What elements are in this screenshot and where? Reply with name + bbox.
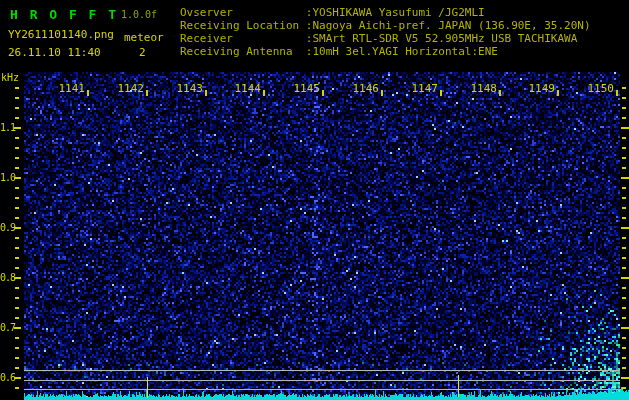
x-axis-tick-label: 1144 — [231, 82, 261, 95]
x-axis-tick-label: 1142 — [114, 82, 144, 95]
x-axis-tick-label: 1146 — [349, 82, 379, 95]
y-axis-tick-label: 1.1 — [0, 122, 14, 133]
y-axis-tick-label: 0.7 — [0, 322, 14, 333]
x-axis-tick-label: 1143 — [173, 82, 203, 95]
y-axis-tick-label: 1.0 — [0, 172, 14, 183]
x-axis-tick-label: 1149 — [525, 82, 555, 95]
y-axis-tick-label: 0.9 — [0, 222, 14, 233]
x-axis-tick-label: 1148 — [467, 82, 497, 95]
axis-labels: 1141114211431144114511461147114811491150… — [0, 0, 629, 400]
y-axis-tick-label: 0.6 — [0, 372, 14, 383]
x-axis-tick-label: 1150 — [584, 82, 614, 95]
hrofft-screen: H R O F F T 1.0.0f YY2611101140.png mete… — [0, 0, 629, 400]
x-axis-tick-label: 1141 — [55, 82, 85, 95]
x-axis-tick-label: 1145 — [290, 82, 320, 95]
x-axis-tick-label: 1147 — [408, 82, 438, 95]
y-axis-tick-label: 0.8 — [0, 272, 14, 283]
